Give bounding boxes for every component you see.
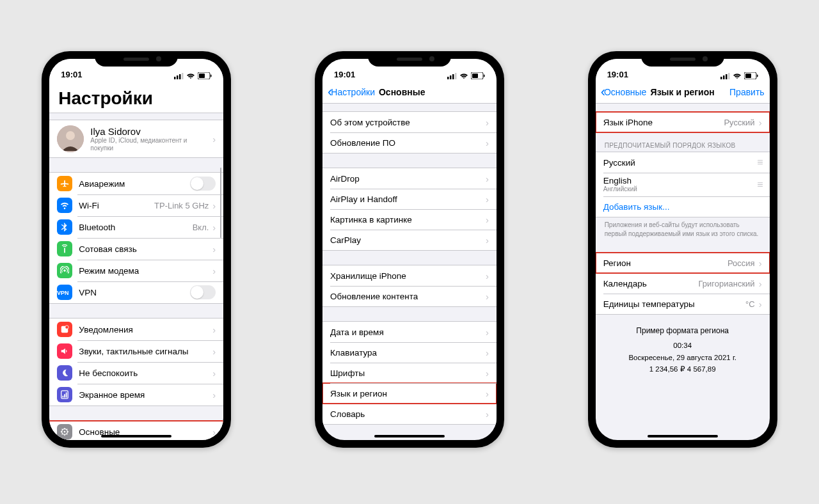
profile-row[interactable]: Ilya Sidorov Apple ID, iCloud, медиаконт… bbox=[49, 120, 223, 157]
screen-3: 19:01 ‹Основные Язык и регион Править Яз… bbox=[596, 59, 770, 440]
row-wi-fi[interactable]: Wi-FiTP-Link 5 GHz› bbox=[49, 194, 223, 216]
add-language[interactable]: Добавить язык... bbox=[596, 196, 770, 217]
row-label: Авиарежим bbox=[79, 179, 190, 189]
drag-handle-icon[interactable]: ≡ bbox=[757, 179, 761, 191]
row-iphone-language[interactable]: Язык iPhone Русский › bbox=[596, 112, 770, 132]
region-example: Пример формата региона 00:34 Воскресенье… bbox=[596, 315, 770, 385]
profile-name: Ilya Sidorov bbox=[90, 126, 209, 137]
nav-bar: ‹Настройки Основные bbox=[322, 81, 497, 104]
svg-rect-19 bbox=[450, 75, 452, 79]
chevron-icon: › bbox=[759, 278, 762, 289]
screen-1: 19:01 Настройки Ilya Sidorov Apple ID, i… bbox=[49, 59, 223, 440]
row-carplay[interactable]: CarPlay› bbox=[322, 230, 497, 250]
svg-rect-18 bbox=[447, 77, 449, 79]
row-label: AirPlay и Handoff bbox=[330, 194, 482, 204]
row-airplay-и-handoff[interactable]: AirPlay и Handoff› bbox=[322, 189, 497, 209]
region-group: РегионРоссия›КалендарьГригорианский›Един… bbox=[596, 252, 770, 315]
home-indicator[interactable] bbox=[374, 435, 445, 437]
chevron-icon: › bbox=[212, 244, 216, 255]
row-label: Обновление ПО bbox=[330, 138, 482, 148]
row-основные[interactable]: Основные› bbox=[49, 421, 223, 440]
lang-row[interactable]: Русский≡ bbox=[596, 152, 770, 173]
svg-rect-23 bbox=[472, 74, 478, 78]
chevron-icon: › bbox=[212, 222, 216, 233]
row-клавиатура[interactable]: Клавиатура› bbox=[322, 342, 497, 363]
row-хранилище-iphone[interactable]: Хранилище iPhone› bbox=[322, 265, 497, 286]
chevron-icon: › bbox=[212, 134, 216, 145]
iphone-lang-group: Язык iPhone Русский › bbox=[596, 111, 770, 133]
row-не-беспокоить[interactable]: Не беспокоить› bbox=[49, 362, 223, 384]
general-group: Основные›Пункт управления› bbox=[49, 420, 223, 440]
wifi-icon bbox=[57, 198, 72, 213]
chevron-icon: › bbox=[759, 117, 762, 128]
row-картинка-в-картинке[interactable]: Картинка в картинке› bbox=[322, 209, 497, 230]
row-экранное-время[interactable]: Экранное время› bbox=[49, 384, 223, 406]
chevron-icon: › bbox=[486, 388, 489, 399]
scroll-indicator[interactable] bbox=[220, 168, 222, 238]
row-обновление-контента[interactable]: Обновление контента› bbox=[322, 286, 497, 306]
back-button[interactable]: ‹Основные bbox=[601, 85, 647, 99]
lang-row[interactable]: EnglishАнглийский≡ bbox=[596, 173, 770, 196]
row-label: Основные bbox=[79, 427, 209, 437]
svg-rect-2 bbox=[179, 74, 181, 79]
row-label: Хранилище iPhone bbox=[330, 271, 482, 281]
notch bbox=[368, 51, 451, 67]
row-словарь[interactable]: Словарь› bbox=[322, 404, 497, 424]
chevron-icon: › bbox=[486, 347, 489, 358]
clock: 19:01 bbox=[607, 70, 628, 79]
row-Единицы температуры[interactable]: Единицы температуры°C› bbox=[596, 294, 770, 314]
row-дата-и-время[interactable]: Дата и время› bbox=[322, 322, 497, 342]
row-авиарежим[interactable]: Авиарежим bbox=[49, 173, 223, 194]
row-язык-и-регион[interactable]: Язык и регион› bbox=[322, 383, 497, 404]
row-bluetooth[interactable]: BluetoothВкл.› bbox=[49, 216, 223, 238]
back-button[interactable]: ‹Настройки bbox=[328, 85, 375, 99]
row-шрифты[interactable]: Шрифты› bbox=[322, 363, 497, 383]
wifi-icon bbox=[459, 73, 468, 79]
bluetooth-icon bbox=[57, 219, 72, 235]
chevron-icon: › bbox=[212, 368, 216, 379]
general-icon bbox=[57, 424, 72, 439]
about-group: Об этом устройстве›Обновление ПО› bbox=[322, 111, 497, 154]
row-airdrop[interactable]: AirDrop› bbox=[322, 168, 497, 189]
status-icons bbox=[174, 72, 212, 79]
row-Календарь[interactable]: КалендарьГригорианский› bbox=[596, 273, 770, 294]
row-об-этом-устройстве[interactable]: Об этом устройстве› bbox=[322, 112, 497, 132]
row-обновление-по[interactable]: Обновление ПО› bbox=[322, 132, 497, 153]
chevron-icon: › bbox=[486, 194, 489, 205]
airplane-icon bbox=[57, 176, 72, 191]
row-сотовая-связь[interactable]: Сотовая связь› bbox=[49, 238, 223, 260]
chevron-icon: › bbox=[486, 138, 489, 148]
row-label: CarPlay bbox=[330, 235, 482, 245]
notif-icon bbox=[57, 322, 72, 337]
chevron-icon: › bbox=[212, 427, 216, 437]
drag-handle-icon[interactable]: ≡ bbox=[757, 157, 761, 168]
row-звуки-тактильные-сигналы[interactable]: Звуки, тактильные сигналы› bbox=[49, 340, 223, 362]
row-value: TP-Link 5 GHz bbox=[154, 201, 209, 210]
row-уведомления[interactable]: Уведомления› bbox=[49, 319, 223, 340]
wifi-icon bbox=[186, 73, 195, 79]
airdrop-group: AirDrop›AirPlay и Handoff›Картинка в кар… bbox=[322, 168, 497, 251]
chevron-icon: › bbox=[212, 390, 216, 400]
hotspot-icon bbox=[57, 263, 72, 278]
home-indicator[interactable] bbox=[648, 435, 718, 437]
screentime-icon bbox=[57, 387, 72, 402]
svg-rect-5 bbox=[199, 74, 205, 78]
toggle[interactable] bbox=[190, 285, 216, 299]
row-режим-модема[interactable]: Режим модема› bbox=[49, 260, 223, 281]
chevron-icon: › bbox=[212, 200, 216, 211]
wifi-icon bbox=[733, 73, 742, 79]
svg-rect-28 bbox=[728, 73, 730, 79]
row-vpn[interactable]: VPNVPN bbox=[49, 281, 223, 303]
clock: 19:01 bbox=[334, 70, 355, 79]
svg-rect-1 bbox=[177, 75, 179, 79]
phone-settings: 19:01 Настройки Ilya Sidorov Apple ID, i… bbox=[42, 51, 231, 448]
svg-rect-0 bbox=[174, 77, 176, 79]
avatar bbox=[57, 125, 84, 152]
sound-icon bbox=[57, 343, 72, 359]
edit-button[interactable]: Править bbox=[729, 87, 765, 97]
row-label: VPN bbox=[79, 288, 190, 297]
chevron-icon: › bbox=[486, 235, 489, 246]
svg-point-15 bbox=[64, 431, 66, 433]
toggle[interactable] bbox=[190, 177, 216, 191]
row-Регион[interactable]: РегионРоссия› bbox=[596, 253, 770, 273]
